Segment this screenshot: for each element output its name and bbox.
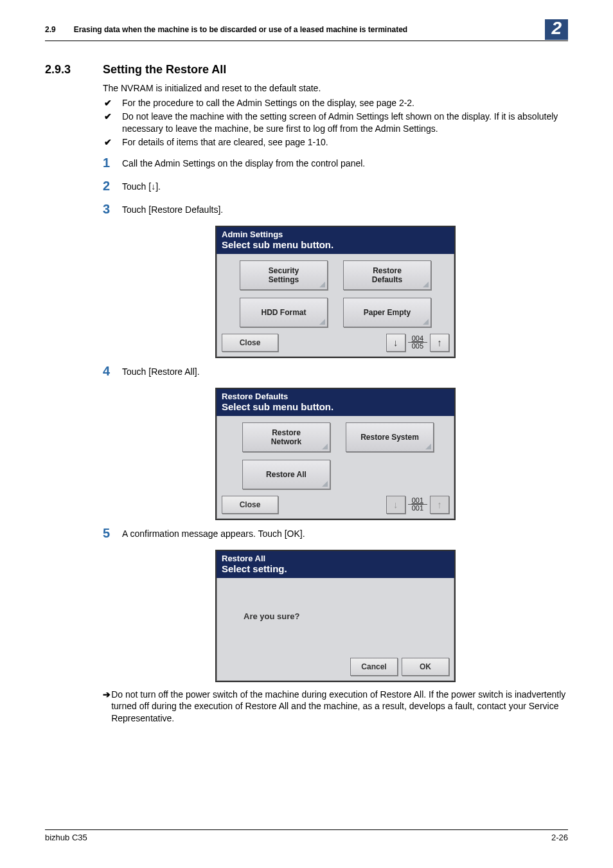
panel-title: Restore Defaults	[222, 392, 449, 401]
down-arrow-button[interactable]: ↓	[386, 496, 405, 514]
page-header: 2.9 Erasing data when the machine is to …	[45, 19, 568, 41]
step-4: 4 Touch [Restore All].	[103, 365, 568, 377]
hdd-format-button[interactable]: HDD Format	[240, 298, 328, 327]
panel-header: Restore Defaults Select sub menu button.	[217, 389, 454, 416]
cancel-button[interactable]: Cancel	[350, 658, 398, 676]
panel-title: Restore All	[222, 554, 449, 563]
section-title: Setting the Restore All	[103, 63, 226, 77]
step-3: 3 Touch [Restore Defaults].	[103, 203, 568, 215]
close-button[interactable]: Close	[222, 496, 278, 514]
down-arrow-button[interactable]: ↓	[386, 334, 405, 352]
page-counter: 004 005	[408, 335, 427, 350]
footer-page-number: 2-26	[551, 833, 568, 842]
step-1: 1 Call the Admin Settings on the display…	[103, 156, 568, 169]
step-number: 4	[103, 365, 122, 377]
up-arrow-button[interactable]: ↑	[430, 334, 449, 352]
restore-defaults-button[interactable]: Restore Defaults	[343, 260, 431, 290]
page-counter: 001 001	[408, 497, 427, 512]
check-item: For the procedure to call the Admin Sett…	[103, 97, 568, 109]
arrow-up-icon: ↑	[437, 337, 442, 348]
warning-note: ➔ Do not turn off the power switch of th…	[103, 689, 568, 725]
step-text: Touch [Restore All].	[122, 365, 568, 377]
note-text: Do not turn off the power switch of the …	[111, 689, 568, 725]
step-number: 3	[103, 203, 122, 215]
restore-defaults-panel: Restore Defaults Select sub menu button.…	[215, 388, 456, 520]
panel-subtitle: Select setting.	[222, 563, 449, 574]
panel-subtitle: Select sub menu button.	[222, 239, 449, 250]
restore-system-button[interactable]: Restore System	[346, 422, 434, 452]
step-5: 5 A confirmation message appears. Touch …	[103, 527, 568, 539]
restore-network-button[interactable]: Restore Network	[242, 422, 330, 452]
chapter-badge: 2	[545, 19, 568, 40]
step-number: 1	[103, 156, 122, 169]
panel-header: Restore All Select setting.	[217, 551, 454, 578]
step-text: Touch [Restore Defaults].	[122, 203, 568, 215]
arrow-down-icon: ↓	[393, 337, 398, 348]
arrow-down-icon: ↓	[393, 499, 398, 510]
page-footer: bizhub C35 2-26	[45, 829, 568, 842]
panel-title: Admin Settings	[222, 230, 449, 239]
step-text: Call the Admin Settings on the display f…	[122, 156, 568, 169]
restore-all-button[interactable]: Restore All	[242, 460, 330, 489]
step-number: 2	[103, 179, 122, 192]
step-text: A confirmation message appears. Touch [O…	[122, 527, 568, 539]
intro-text: The NVRAM is initialized and reset to th…	[103, 83, 568, 93]
admin-settings-panel: Admin Settings Select sub menu button. S…	[215, 226, 456, 358]
arrow-right-icon: ➔	[103, 689, 111, 725]
paper-empty-button[interactable]: Paper Empty	[343, 298, 431, 327]
footer-product: bizhub C35	[45, 833, 87, 842]
check-item: For details of items that are cleared, s…	[103, 136, 568, 149]
ok-button[interactable]: OK	[402, 658, 449, 676]
confirmation-message: Are you sure?	[217, 578, 454, 655]
panel-header: Admin Settings Select sub menu button.	[217, 227, 454, 254]
header-title: Erasing data when the machine is to be d…	[74, 25, 539, 34]
check-item: Do not leave the machine with the settin…	[103, 111, 568, 135]
restore-all-confirm-panel: Restore All Select setting. Are you sure…	[215, 550, 456, 682]
header-section-number: 2.9	[45, 25, 56, 34]
prerequisite-list: For the procedure to call the Admin Sett…	[103, 97, 568, 149]
step-2: 2 Touch [↓].	[103, 179, 568, 192]
arrow-up-icon: ↑	[437, 499, 442, 510]
security-settings-button[interactable]: Security Settings	[240, 260, 328, 290]
close-button[interactable]: Close	[222, 334, 278, 352]
step-text: Touch [↓].	[122, 179, 568, 192]
up-arrow-button[interactable]: ↑	[430, 496, 449, 514]
section-number: 2.9.3	[45, 63, 103, 77]
step-number: 5	[103, 527, 122, 539]
panel-subtitle: Select sub menu button.	[222, 401, 449, 412]
section-heading: 2.9.3 Setting the Restore All	[45, 63, 568, 77]
